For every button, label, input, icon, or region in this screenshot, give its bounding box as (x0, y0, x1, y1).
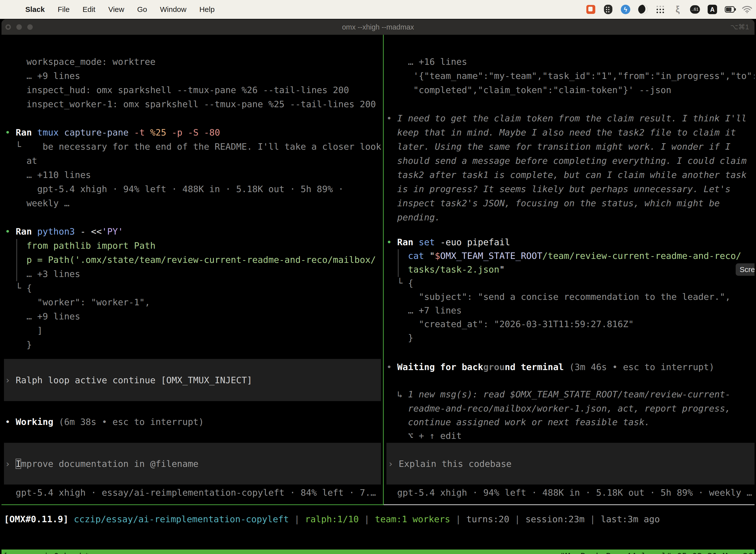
seahorse-icon[interactable]: ξ (673, 4, 683, 14)
terminal-line: … +110 lines (5, 168, 91, 182)
screen-overlay-button[interactable]: Scre (736, 263, 755, 276)
terminal-line: "worker": "worker-1", (5, 295, 150, 309)
terminal-line: should send a message before completing … (386, 154, 747, 168)
terminal-line: keep that in mind. Maybe I also need the… (386, 125, 736, 140)
right-terminal-pane[interactable]: … +16 lines '{"team_name":"my-team","tas… (386, 35, 755, 505)
text-cursor: I (16, 459, 21, 469)
omx-status-bar: [OMX#0.11.9] cczip/essay/ai-reimplementa… (4, 512, 660, 526)
terminal-line: • Ran set -euo pipefail (386, 235, 510, 249)
terminal-line: ] (5, 323, 43, 338)
terminal-line: "subject": "send a concise recommendatio… (386, 290, 731, 304)
left-pane-status-line: gpt-5.4 xhigh · essay/ai-reimplementatio… (5, 486, 376, 500)
terminal-line: inspect_worker-1: omx sparkshell --tmux-… (5, 97, 376, 111)
pane-divider[interactable] (383, 35, 384, 505)
terminal-line: • Ran tmux capture-pane -t %25 -p -S -80 (5, 125, 220, 140)
menu-item-edit[interactable]: Edit (82, 5, 96, 14)
dots-grid-icon[interactable] (655, 4, 665, 14)
ralph-loop-input[interactable]: › Ralph loop active continue [OMX_TMUX_I… (4, 359, 381, 401)
terminal-line: inspect_hud: omx sparkshell --tmux-pane … (5, 83, 349, 97)
terminal-line: • Working (6m 38s • esc to interrupt) (5, 415, 204, 429)
terminal-line: └ be necessary for the end of the README… (5, 140, 381, 154)
menu-bar: SlackFileEditViewGoWindowHelp ϟξ..61A (0, 0, 756, 19)
menu-item-window[interactable]: Window (160, 5, 187, 14)
prompt-line: › Ralph loop active continue [OMX_TMUX_I… (4, 373, 252, 387)
screen-overlay-label: Scre (740, 265, 755, 274)
left-pane-border (1, 504, 383, 505)
terminal-line: … +7 lines (386, 303, 461, 318)
terminal-line: workspace_mode: worktree (5, 55, 155, 69)
terminal-line: └ { (386, 276, 413, 290)
menu-status-icons: ϟξ..61A (586, 0, 752, 19)
tmux-host-clock: "MacBook-Pro-44.local" 05:03 31-Mar-26 (560, 550, 753, 554)
window-title-bar[interactable]: omx --xhigh --madmax ⌥⌘1 (1, 19, 755, 35)
terminal-line: } (5, 338, 32, 352)
screen: SlackFileEditViewGoWindowHelp ϟξ..61A om… (0, 0, 756, 554)
menu-item-help[interactable]: Help (199, 5, 215, 14)
window-shortcut-hint: ⌥⌘1 (730, 19, 749, 35)
count-61-badge-icon[interactable]: ..61 (690, 4, 700, 14)
terminal-line: • I need to get the claim token from the… (386, 111, 747, 125)
right-pane-border (384, 504, 755, 505)
terminal-line: '{"team_name":"my-team","task_id":"1","f… (386, 69, 755, 83)
prompt-line: › Improve documentation in @filename (4, 457, 198, 471)
terminal-content: workspace_mode: worktree … +9 lines insp… (1, 35, 755, 554)
terminal-line: … +9 lines (5, 69, 80, 83)
code-block-connector (16, 239, 17, 281)
wifi-icon[interactable] (742, 4, 752, 14)
terminal-line: pending. (386, 210, 440, 224)
prompt-line: › Explain this codebase (386, 457, 512, 471)
bolt-badge-icon[interactable]: ϟ (621, 4, 630, 14)
terminal-window: omx --xhigh --madmax ⌥⌘1 workspace_mode:… (1, 19, 755, 554)
tmux-session-label: [omx-cczip0:bash* (3, 550, 89, 554)
keyboard-layout-icon[interactable]: A (707, 4, 717, 14)
window-title: omx --xhigh --madmax (1, 19, 755, 35)
terminal-line: ↳ 1 new msg(s): read $OMX_TEAM_STATE_ROO… (386, 387, 731, 401)
left-terminal-pane[interactable]: workspace_mode: worktree … +9 lines insp… (1, 35, 383, 505)
menu-item-file[interactable]: File (58, 5, 69, 14)
chat-icon[interactable] (586, 4, 596, 14)
terminal-line: "completed","claim_token":"claim-token"}… (386, 83, 672, 97)
terminal-line: } (386, 331, 413, 345)
terminal-line: from pathlib import Path (5, 238, 155, 253)
terminal-line: • Waiting for background terminal (3m 46… (386, 360, 714, 374)
terminal-line: • Ran python3 - <<'PY' (5, 224, 123, 238)
menu-item-go[interactable]: Go (137, 5, 147, 14)
terminal-line: continue assigned work or next feasible … (386, 415, 650, 429)
terminal-line: … +9 lines (5, 309, 80, 323)
tmux-status-bar: [omx-cczip0:bash* "MacBook-Pro-44.local"… (1, 550, 755, 554)
code-block-connector (398, 249, 398, 277)
terminal-line: at (5, 154, 37, 168)
left-prompt-input[interactable]: › Improve documentation in @filename (4, 443, 381, 485)
terminal-line: inspect task2's JSON, focusing on the st… (386, 196, 720, 210)
terminal-line: cat "$OMX_TEAM_STATE_ROOT/team/review-cu… (386, 249, 741, 263)
right-prompt-input[interactable]: › Explain this codebase (386, 443, 755, 485)
menu-item-slack[interactable]: Slack (25, 5, 45, 14)
terminal-line: task2 after task1 is complete, but can I… (386, 168, 747, 182)
terminal-line: is in progress? It seems likely but perh… (386, 182, 731, 196)
right-pane-status-line: gpt-5.4 xhigh · 94% left · 488K in · 5.1… (386, 486, 755, 500)
crescent-icon[interactable] (638, 4, 648, 14)
terminal-line: └ { (5, 281, 32, 295)
terminal-line: tasks/task-2.json" (386, 262, 505, 277)
terminal-line: later. Using the same for transition mig… (386, 140, 731, 154)
terminal-line: p = Path('.omx/state/team/review-current… (5, 253, 376, 267)
terminal-line: … +16 lines (386, 55, 467, 69)
grid-shield-icon[interactable] (603, 4, 613, 14)
terminal-line: ⌥ + ↑ edit (386, 429, 461, 443)
terminal-line: weekly … (5, 196, 69, 210)
menu-item-view[interactable]: View (108, 5, 124, 14)
terminal-line: "created_at": "2026-03-31T11:59:27.816Z" (386, 317, 634, 331)
menu-items: SlackFileEditViewGoWindowHelp (12, 5, 214, 14)
battery-icon[interactable] (725, 4, 735, 14)
terminal-line: readme-and-reco/mailbox/worker-1.json, a… (386, 401, 731, 416)
terminal-line: gpt-5.4 xhigh · 94% left · 488K in · 5.1… (5, 182, 343, 196)
